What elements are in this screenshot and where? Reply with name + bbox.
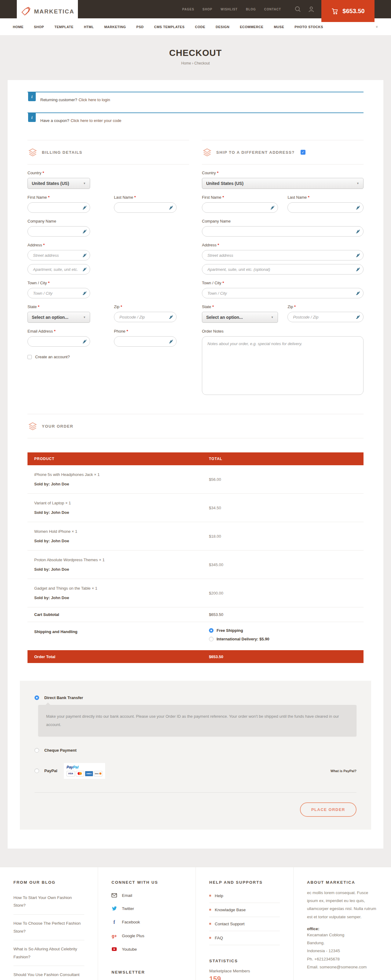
nav-photo-stocks[interactable]: PHOTO STOCKS [294,25,323,29]
help-link[interactable]: Help [209,889,280,903]
info-icon: i [28,113,36,122]
password-manager-icon[interactable] [356,229,360,234]
office-address-line: Indonesia - 12345 [307,947,378,955]
password-manager-icon[interactable] [356,267,360,272]
top-nav-pages[interactable]: PAGES [182,8,194,11]
blog-link[interactable]: How To Start Your Own Fashion Store? [13,889,84,915]
knowledge-base-link[interactable]: Knowladge Base [209,903,280,917]
nav-home[interactable]: HOME [13,25,24,29]
top-nav-wishlist[interactable]: WISHLIST [221,8,238,11]
nav-more-chevron-icon[interactable]: » [375,25,379,28]
shipping-first-name-input[interactable] [202,202,278,213]
faq-link[interactable]: FAQ [209,931,280,945]
shipping-company-input[interactable] [202,226,364,237]
password-manager-icon[interactable] [82,291,87,295]
shipping-town-input[interactable] [202,288,364,298]
blog-heading: FROM OUR BLOG [13,880,84,885]
password-manager-icon[interactable] [82,267,87,272]
nav-shop[interactable]: SHOP [34,25,44,29]
place-order-button[interactable]: PLACE ORDER [300,802,356,817]
password-manager-icon[interactable] [168,315,173,319]
billing-apartment-input[interactable] [27,264,90,275]
password-manager-icon[interactable] [82,339,87,344]
blog-link[interactable]: What is So Alluring About Celebrity Fash… [13,940,84,966]
bank-transfer-radio[interactable]: Direct Bank Transfer [35,695,356,700]
product-name[interactable]: Women Hold iPhone × 1 [34,529,209,534]
billing-company-input[interactable] [27,226,90,237]
shipping-street-input[interactable] [202,250,364,261]
login-link[interactable]: Click here to login [78,97,110,102]
free-shipping-radio[interactable]: Free Shipping [209,628,364,633]
nav-cms-templates[interactable]: CMS TEMPLATES [154,25,184,29]
billing-first-name-input[interactable] [27,202,90,213]
stat-value: 159 [209,975,280,980]
password-manager-icon[interactable] [356,315,360,319]
billing-state-select[interactable]: Select an option...▼ [27,312,90,323]
email-link[interactable]: Email [111,889,182,902]
ship-different-checkbox[interactable]: ✓ [300,150,305,155]
nav-html[interactable]: HTML [84,25,94,29]
order-notes-textarea[interactable] [202,336,364,395]
billing-phone-input[interactable] [114,336,176,347]
billing-last-name-input[interactable] [114,202,176,213]
password-manager-icon[interactable] [82,229,87,234]
top-nav-contact[interactable]: CONTACT [264,8,281,11]
coupon-link[interactable]: Click here to enter your code [71,118,121,123]
nav-code[interactable]: CODE [195,25,205,29]
shipping-last-name-input[interactable] [288,202,364,213]
create-account-checkbox[interactable]: Create an account? [27,355,189,359]
billing-email-input[interactable] [27,336,90,347]
search-icon[interactable] [294,6,301,13]
password-manager-icon[interactable] [168,205,173,210]
shipping-state-select[interactable]: Select an option...▼ [202,312,278,323]
shipping-zip-input[interactable] [288,312,364,322]
password-manager-icon[interactable] [82,253,87,258]
info-icon: i [28,92,36,101]
billing-country-select[interactable]: United States (US)▼ [27,178,90,189]
nav-design[interactable]: DESIGN [216,25,229,29]
cart-button[interactable]: $653.50 [321,0,375,22]
shipping-country-select[interactable]: United States (US)▼ [202,178,364,189]
top-nav-blog[interactable]: BLOG [246,8,256,11]
product-name[interactable]: Proton Absolute Wordpress Themes × 1 [34,558,209,562]
product-name[interactable]: iPhone 5s with Headphones Jack × 1 [34,472,209,477]
product-name[interactable]: Gadget and Things on the Table × 1 [34,586,209,590]
shipping-country-label: Country * [202,170,364,175]
international-delivery-radio[interactable]: International Delivery: $5.90 [209,637,364,641]
youtube-icon [111,947,117,951]
billing-street-input[interactable] [27,250,90,261]
blog-link[interactable]: Should You Use Fashion Consultant Servic… [13,966,84,980]
youtube-link[interactable]: Youtube [111,943,182,956]
connect-heading: CONNECT WITH US [111,880,182,885]
shipping-zip-label: Zip * [288,304,364,309]
top-nav-shop[interactable]: SHOP [202,8,212,11]
blog-link[interactable]: How To Choose The Perfect Fashion Store? [13,915,84,940]
facebook-link[interactable]: f Facebook [111,915,182,929]
password-manager-icon[interactable] [356,253,360,258]
logo-text: MARKETICA [34,8,75,15]
nav-ecommerce[interactable]: ECOMMERCE [240,25,263,29]
product-name[interactable]: Variant of Laptop × 1 [34,501,209,505]
cheque-payment-radio[interactable]: Cheque Payment [35,748,356,752]
twitter-link[interactable]: Twitter [111,902,182,915]
nav-marketing[interactable]: MARKETING [104,25,126,29]
create-account-label: Create an account? [35,355,70,359]
contact-support-link[interactable]: Contact Support [209,917,280,931]
radio-unselected-icon[interactable] [35,768,39,773]
password-manager-icon[interactable] [270,205,275,210]
billing-zip-input[interactable] [114,312,176,322]
nav-psd[interactable]: PSD [136,25,143,29]
password-manager-icon[interactable] [168,339,173,344]
shipping-apartment-input[interactable] [202,264,364,275]
nav-template[interactable]: TEMPLATE [54,25,73,29]
password-manager-icon[interactable] [356,205,360,210]
google-plus-link[interactable]: g+ Google Plus [111,929,182,943]
password-manager-icon[interactable] [356,291,360,295]
breadcrumb-home[interactable]: Home [181,61,191,65]
billing-town-input[interactable] [27,288,90,298]
password-manager-icon[interactable] [82,205,87,210]
account-icon[interactable] [308,6,315,13]
logo[interactable]: MARKETICA [17,0,78,23]
nav-muse[interactable]: MUSE [274,25,284,29]
what-is-paypal-link[interactable]: What is PayPal? [331,769,356,773]
